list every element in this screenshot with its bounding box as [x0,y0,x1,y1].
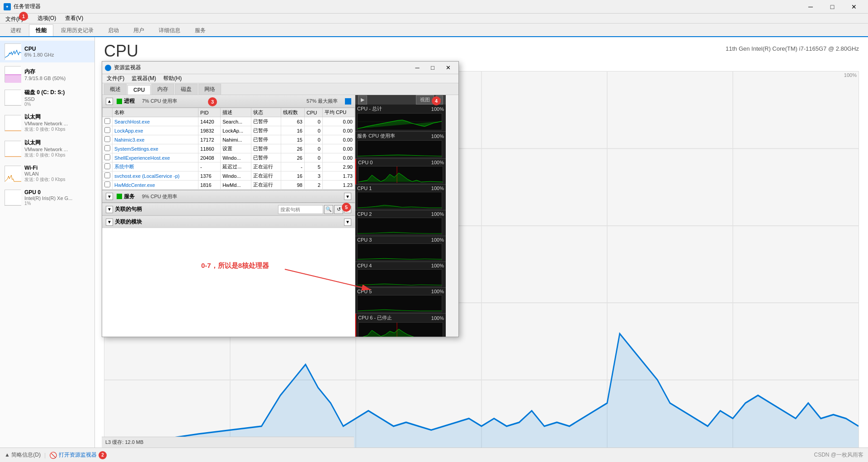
row-desc: HwMd... [221,181,251,190]
service-expand[interactable]: ▼ [344,193,351,200]
col-state[interactable]: 状态 [251,108,281,117]
process-table-container[interactable]: 名称 PID 描述 状态 线程数 CPU 平均 CPU SearchHost.e… [102,108,355,190]
row-checkbox[interactable] [103,171,113,181]
tab-details[interactable]: 详细信息 [152,24,187,36]
row-state: 已暂停 [251,153,281,162]
module-toggle[interactable]: ▼ [106,219,113,226]
col-avg-cpu[interactable]: 平均 CPU [322,108,354,117]
row-checkbox[interactable] [103,135,113,144]
service-section-header[interactable]: ▼ 服务 9% CPU 使用率 ▼ [102,190,355,203]
resmon-maximize[interactable]: □ [425,62,440,74]
table-row[interactable]: HwMdcCenter.exe 1816 HwMd... 正在运行 98 2 1… [103,181,355,190]
process-section-label: 进程 [124,97,135,105]
cpu0-label: CPU 0 [358,160,373,165]
col-cpu[interactable]: CPU [304,108,322,117]
row-desc: 延迟过... [221,162,251,171]
handle-refresh-button[interactable]: ↺ [334,205,343,214]
cpu1-section: CPU 1 100% [355,185,446,210]
resmon-tab-disk[interactable]: 磁盘 [175,84,198,95]
row-pid: 17172 [198,135,221,144]
row-name: SystemSettings.exe [113,144,198,153]
resmon-menu-file[interactable]: 文件(F) [104,74,127,83]
close-button[interactable]: ✕ [844,0,864,14]
maximize-button[interactable]: □ [822,0,843,14]
sidebar-item-eth1[interactable]: 以太网 VMware Network ... 发送: 0 接收: 0 Kbps [0,110,94,135]
tab-startup[interactable]: 启动 [101,24,126,36]
menu-file[interactable]: 文件(F) 1 [2,13,32,24]
table-row[interactable]: ShellExperienceHost.exe 20408 Windo... 已… [103,153,355,162]
resmon-tab-overview[interactable]: 概述 [104,84,127,95]
view-button[interactable]: 视图 [416,95,434,105]
resmon-tab-network[interactable]: 网络 [198,84,221,95]
process-section-header[interactable]: ▲ 进程 7% CPU 使用率 57% 最大频率 [102,95,355,108]
sidebar-eth2-title: 以太网 [24,139,90,147]
table-row[interactable]: SearchHost.exe 14420 Search... 已暂停 63 0 … [103,117,355,126]
resmon-tab-cpu[interactable]: CPU [127,85,151,95]
resmon-minimize[interactable]: ─ [410,62,425,74]
gpu-mini-chart [5,190,21,206]
service-cpu-usage: 9% CPU 使用率 [142,193,177,200]
resmon-menu-monitor[interactable]: 监视器(M) [129,74,159,83]
row-checkbox[interactable] [103,144,113,153]
tab-app-history[interactable]: 应用历史记录 [54,24,100,36]
tab-users[interactable]: 用户 [127,24,151,36]
handle-search-input[interactable] [278,205,323,214]
handle-toggle[interactable]: ▼ [106,206,113,213]
open-resmon-link[interactable]: 打开资源监视器 [59,451,97,459]
resmon-controls: ─ □ ✕ [410,62,456,74]
sidebar-eth2-subtitle: VMware Network ... [24,147,90,152]
sidebar-item-disk[interactable]: 磁盘 0 (C: D: S:) SSD 0% [0,86,94,110]
menu-view[interactable]: 查看(V) [61,14,87,23]
tab-services[interactable]: 服务 [188,24,212,36]
col-checkbox[interactable] [103,108,113,117]
col-desc[interactable]: 描述 [221,108,251,117]
tab-process[interactable]: 进程 [4,24,28,36]
process-toggle[interactable]: ▲ [106,98,113,105]
sidebar-eth1-subtitle2: 发送: 0 接收: 0 Kbps [24,126,90,133]
handle-search-button[interactable]: 🔍 [324,205,333,214]
table-row[interactable]: SystemSettings.exe 11860 设置 已暂停 26 0 0.0… [103,144,355,153]
table-row[interactable]: LockApp.exe 19832 LockAp... 已暂停 16 0 0.0… [103,126,355,135]
cpu-total-graph [357,113,442,130]
col-name[interactable]: 名称 [113,108,198,117]
minimize-button[interactable]: ─ [800,0,821,14]
col-threads[interactable]: 线程数 [281,108,304,117]
table-row[interactable]: svchost.exe (LocalService -p) 1376 Windo… [103,171,355,181]
menu-options[interactable]: 选项(O) [34,14,60,23]
bottom-bar: ▲ 简略信息(D) | 🚫 打开资源监视器 2 CSDN @一枚风雨客 [0,448,868,462]
row-checkbox[interactable] [103,162,113,171]
sidebar-item-memory[interactable]: 内存 7.9/15.8 GB (50%) [0,63,94,85]
service-cpu-indicator [117,194,122,199]
sidebar-item-eth2[interactable]: 以太网 VMware Network ... 发送: 0 接收: 0 Kbps [0,136,94,161]
row-checkbox[interactable] [103,181,113,190]
resmon-close[interactable]: ✕ [440,62,456,74]
sidebar-item-cpu[interactable]: CPU 6% 1.80 GHz [0,41,94,62]
nav-back-button[interactable]: ▶ [358,95,367,105]
cpu6-section: CPU 6 - 已停止 100% [355,314,446,337]
tab-performance[interactable]: 性能 [29,24,53,36]
annotation-1: 1 [26,14,28,19]
row-cpu: 0 [304,135,322,144]
sidebar-item-gpu[interactable]: GPU 0 Intel(R) Iris(R) Xe G... 1% [0,186,94,209]
row-checkbox[interactable] [103,126,113,135]
sidebar-item-wifi[interactable]: Wi-Fi WLAN 发送: 0 接收: 0 Kbps [0,162,94,186]
watermark: CSDN @一枚风雨客 [814,451,863,459]
row-desc: Nahimi... [221,135,251,144]
cpu0-percent: 100% [431,160,444,165]
row-checkbox[interactable] [103,117,113,126]
module-expand[interactable]: ▼ [344,219,351,226]
row-avg-cpu: 0.00 [322,126,354,135]
resmon-tab-memory[interactable]: 内存 [151,84,174,95]
table-row[interactable]: 系统中断 - 延迟过... 正在运行 - 5 2.90 [103,162,355,171]
service-toggle[interactable]: ▼ [106,193,113,200]
resmon-menu-help[interactable]: 帮助(H) [160,74,184,83]
row-checkbox[interactable] [103,153,113,162]
handle-expand[interactable]: ▼ [344,206,351,213]
view-dropdown-button[interactable]: ▼ [436,95,443,105]
row-cpu: 0 [304,117,322,126]
handle-section-header[interactable]: ▼ 关联的句柄 🔍 ↺ ▼ [102,203,355,215]
col-pid[interactable]: PID [198,108,221,117]
table-row[interactable]: Nahimic3.exe 17172 Nahimi... 已暂停 15 0 0.… [103,135,355,144]
resmon-menu: 文件(F) 监视器(M) 帮助(H) [102,74,458,83]
module-section-header[interactable]: ▼ 关联的模块 ▼ [102,215,355,228]
